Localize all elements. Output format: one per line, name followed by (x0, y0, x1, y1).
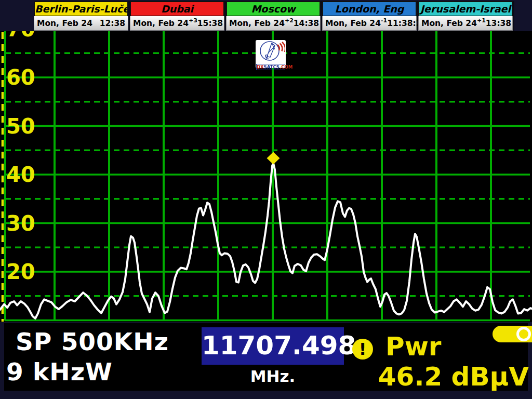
spectrum-grid-svg: 706050403020 (0, 31, 532, 322)
clock-date: Mon, Feb 24 (325, 19, 381, 28)
clock-time-row: Mon, Feb 24 -1 11:38:29 (322, 16, 417, 31)
logo-text-satcs: SATCS (264, 64, 280, 70)
clock-time: 14:38 (294, 19, 319, 28)
clock-time-row: Mon, Feb 24 12:38 (34, 16, 128, 31)
power-value: 46.2 dBµV (378, 362, 529, 392)
toggle-switch[interactable] (493, 326, 532, 342)
clock-time: 12:38 (100, 19, 125, 28)
y-axis-label: 50 (6, 114, 35, 138)
clock-time-row: Mon, Feb 24 +3 15:38 (130, 16, 224, 31)
clock-time: 15:38 (197, 19, 223, 28)
frequency-readout: 11707.498 (202, 327, 344, 365)
clock-utc-offset: +1 (477, 17, 486, 24)
clock-date: Mon, Feb 24 (421, 19, 477, 28)
clock-jerusalem: Jerusalem-Israel Mon, Feb 24 +1 13:38 (418, 1, 514, 31)
logo-wordmark: DXSATCS.COM (256, 64, 285, 70)
clock-city-label: Jerusalem-Israel (418, 1, 513, 16)
dxsatcs-logo: DXSATCS.COM (256, 40, 286, 68)
clock-utc-offset: -1 (381, 17, 387, 24)
clock-city-label: Moscow (226, 1, 321, 16)
clock-utc-offset: +3 (189, 17, 197, 24)
y-axis-label: 30 (6, 211, 35, 235)
frequency-unit-label: MHz. (202, 367, 344, 385)
clock-city-label: London, Eng (322, 1, 417, 16)
y-axis-label: 60 (6, 65, 35, 89)
spectrum-trace (0, 163, 532, 318)
clock-city-label: Berlin-Paris-Lučenec (34, 1, 128, 16)
y-axis-label: 70 (6, 31, 35, 41)
clock-time-row: Mon, Feb 24 +1 13:38 (418, 16, 513, 31)
logo-text-com: .COM (280, 64, 292, 70)
power-label: Pwr (385, 331, 442, 362)
clock-city-label: Dubai (130, 1, 224, 16)
clock-berlin: Berlin-Paris-Lučenec Mon, Feb 24 12:38 (34, 1, 130, 31)
y-axis-label: 20 (6, 260, 35, 284)
peak-marker-diamond (267, 152, 280, 165)
satellite-dish-icon (256, 40, 285, 62)
spectrum-plot-area: 706050403020 (0, 31, 532, 322)
span-label: SP 500KHz (16, 327, 169, 356)
clock-date: Mon, Feb 24 (229, 19, 285, 28)
clock-london: London, Eng Mon, Feb 24 -1 11:38:29 (322, 1, 418, 31)
world-clock-bar: Berlin-Paris-Lučenec Mon, Feb 24 12:38 D… (34, 1, 514, 31)
clock-utc-offset: +2 (285, 17, 294, 24)
clock-time: 13:38 (486, 19, 511, 28)
clock-time-row: Mon, Feb 24 +2 14:38 (226, 16, 321, 31)
clock-dubai: Dubai Mon, Feb 24 +3 15:38 (130, 1, 226, 31)
y-axis-label: 40 (6, 163, 35, 187)
clock-moscow: Moscow Mon, Feb 24 +2 14:38 (226, 1, 322, 31)
clock-date: Mon, Feb 24 (37, 19, 92, 28)
warning-icon: ! (352, 339, 373, 360)
toggle-thumb-icon (516, 327, 531, 341)
bandwidth-label: 9 kHzW (6, 357, 113, 386)
clock-date: Mon, Feb 24 (133, 19, 189, 28)
logo-text-dx: DX (257, 64, 264, 70)
spectrum-analyzer-screen: Berlin-Paris-Lučenec Mon, Feb 24 12:38 D… (0, 0, 532, 399)
